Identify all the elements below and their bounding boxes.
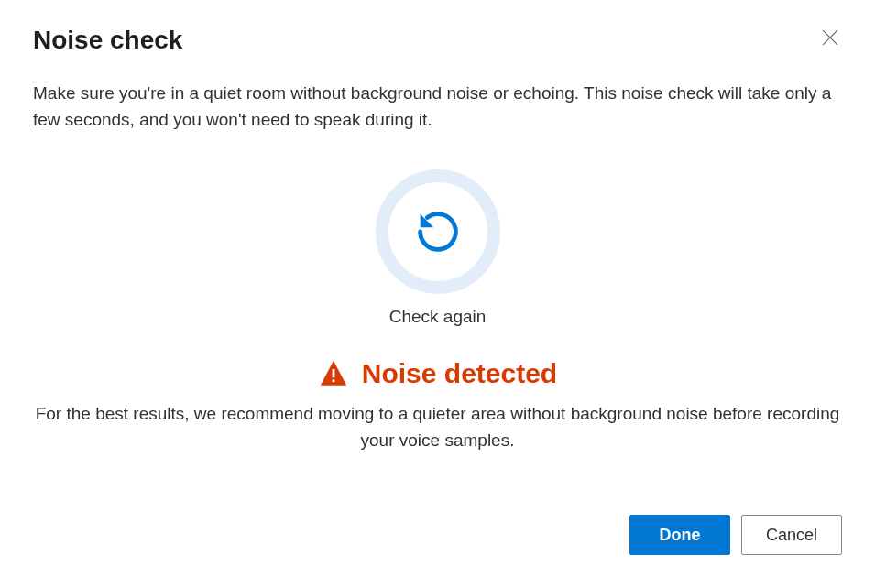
alert-section: Noise detected For the best results, we … (33, 358, 842, 454)
cancel-button[interactable]: Cancel (741, 515, 842, 555)
warning-icon (318, 358, 349, 389)
dialog-footer: Done Cancel (33, 515, 842, 555)
alert-message: For the best results, we recommend movin… (35, 400, 841, 454)
svg-rect-3 (332, 379, 334, 382)
svg-rect-2 (332, 369, 334, 377)
retry-icon (411, 205, 465, 258)
retry-button[interactable] (376, 169, 500, 294)
close-icon (822, 29, 838, 46)
dialog-title: Noise check (33, 26, 182, 55)
dialog-description: Make sure you're in a quiet room without… (33, 81, 842, 133)
retry-label: Check again (389, 307, 487, 327)
alert-title: Noise detected (362, 358, 557, 389)
close-button[interactable] (818, 26, 842, 49)
dialog-header: Noise check (33, 26, 842, 55)
alert-heading: Noise detected (318, 358, 557, 389)
noise-check-dialog: Noise check Make sure you're in a quiet … (0, 0, 875, 588)
check-again-section: Check again (33, 169, 842, 327)
done-button[interactable]: Done (629, 515, 730, 555)
